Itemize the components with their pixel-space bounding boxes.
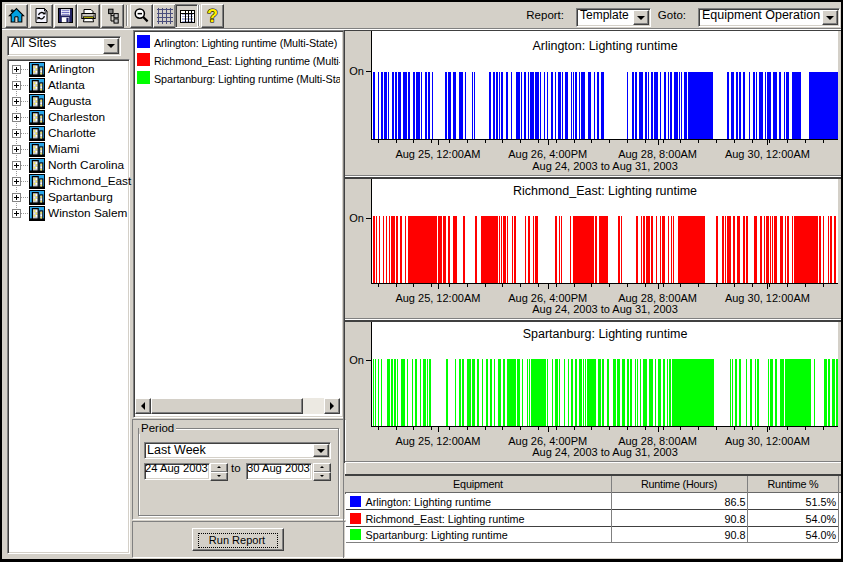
- svg-text:?: ?: [207, 7, 218, 24]
